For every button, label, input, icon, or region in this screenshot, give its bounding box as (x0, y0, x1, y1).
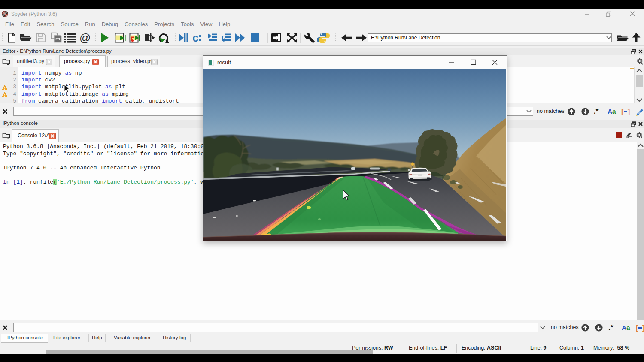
svg-text:A: A (608, 108, 612, 115)
svg-text:.*: .* (594, 107, 599, 115)
svg-text:]: ] (628, 108, 630, 115)
svg-text:@: @ (79, 31, 91, 44)
svg-text:a: a (626, 324, 630, 331)
svg-text:]: ] (642, 324, 644, 332)
svg-text:.*: .* (608, 323, 614, 332)
svg-text:a: a (612, 108, 616, 115)
svg-text:c: c (192, 33, 199, 45)
svg-text:[: [ (621, 108, 624, 115)
svg-text:A: A (622, 324, 626, 331)
svg-text:[: [ (636, 324, 638, 332)
